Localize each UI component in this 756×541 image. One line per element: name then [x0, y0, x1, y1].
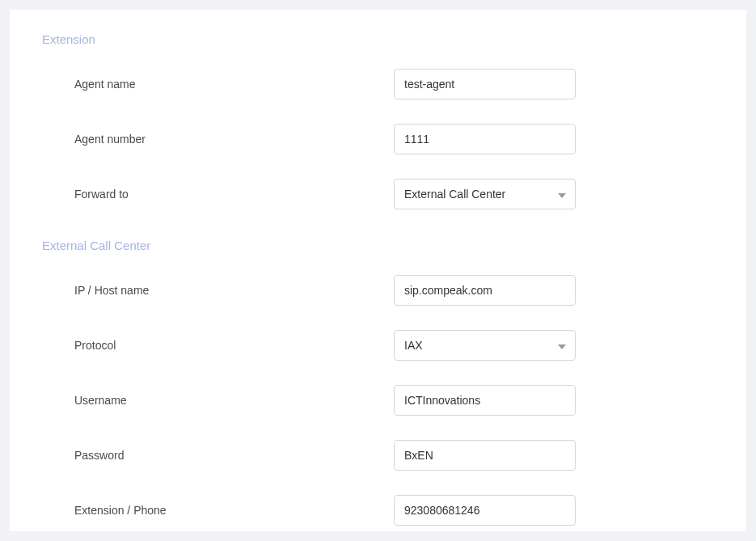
input-agent-number[interactable]	[394, 124, 576, 154]
label-ip-host: IP / Host name	[74, 284, 394, 297]
row-agent-name: Agent name	[42, 69, 714, 99]
label-forward-to: Forward to	[74, 188, 394, 201]
label-username: Username	[74, 394, 394, 407]
row-username: Username	[42, 385, 714, 416]
section-header-external-call-center: External Call Center	[42, 239, 714, 252]
select-wrapper-protocol: IAX	[394, 330, 576, 361]
label-protocol: Protocol	[74, 339, 394, 352]
input-ip-host[interactable]	[394, 275, 576, 306]
row-password: Password	[42, 440, 714, 471]
input-username[interactable]	[394, 385, 576, 416]
select-protocol[interactable]: IAX	[394, 330, 576, 361]
input-password[interactable]	[394, 440, 576, 471]
row-protocol: Protocol IAX	[42, 330, 714, 361]
label-extension-phone: Extension / Phone	[74, 504, 394, 517]
label-password: Password	[74, 449, 394, 462]
label-agent-number: Agent number	[74, 133, 394, 146]
input-agent-name[interactable]	[394, 69, 576, 99]
row-ip-host: IP / Host name	[42, 275, 714, 306]
label-agent-name: Agent name	[74, 78, 394, 91]
row-forward-to: Forward to External Call Center	[42, 179, 714, 209]
select-wrapper-forward-to: External Call Center	[394, 179, 576, 209]
input-extension-phone[interactable]	[394, 495, 576, 526]
select-forward-to[interactable]: External Call Center	[394, 179, 576, 209]
section-header-extension: Extension	[42, 32, 714, 46]
form-card: Extension Agent name Agent number Forwar…	[10, 10, 746, 531]
row-extension-phone: Extension / Phone	[42, 495, 714, 526]
row-agent-number: Agent number	[42, 124, 714, 154]
